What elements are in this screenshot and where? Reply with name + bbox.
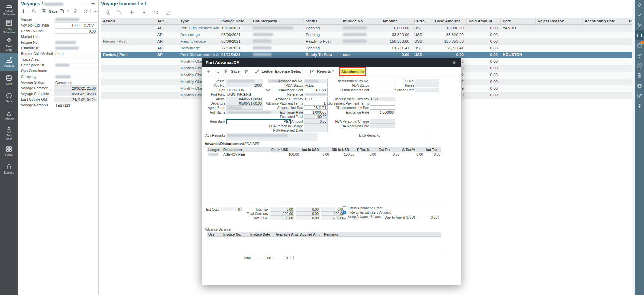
grid-row[interactable]: AGENCY FEE100.000.00-100.000.000.000.000… (207, 152, 441, 157)
checkbox-list-in-alphabetic-order[interactable]: List in Alphabetic Order (343, 206, 382, 210)
checkbox-icon[interactable]: ✓ (343, 211, 346, 214)
grid-column-act-in-usd[interactable]: Act In USD (300, 147, 330, 152)
grid-column-description[interactable]: Description (222, 147, 270, 152)
field-value-market-hire[interactable] (54, 34, 97, 39)
grid-column-applied-amt[interactable]: Applied Amt (299, 232, 323, 236)
field-value-company[interactable] (54, 74, 97, 79)
field-value-trade-area[interactable] (54, 57, 97, 62)
right-nav-document[interactable] (635, 70, 644, 81)
more-icon[interactable] (93, 9, 98, 14)
save-icon[interactable] (41, 9, 46, 14)
table-row[interactable]: APPort Disbursement Advance18/10/2021Pen… (101, 25, 632, 32)
input-disb-remarks[interactable] (381, 133, 431, 141)
sidebar-item-port-schedule[interactable]: PortSchedule (0, 18, 18, 36)
column-header-amount[interactable]: Amount (380, 18, 412, 24)
grid-column-remarks[interactable]: Remarks (323, 232, 440, 236)
right-nav-task-list[interactable]: 1 (635, 40, 644, 50)
grid-column-invoice-date[interactable]: Invoice Date (249, 232, 274, 236)
input-adv-remarks[interactable] (226, 133, 317, 141)
right-nav-contacts[interactable] (635, 81, 644, 91)
refresh-icon[interactable] (83, 9, 88, 14)
input-pda-received-date[interactable] (304, 128, 328, 132)
grid-column-invoice-no-[interactable]: Invoice No. (222, 232, 249, 236)
grid-column-use[interactable]: Use (207, 232, 222, 236)
field-value-voy-no-opr-type[interactable]: 1000 (54, 22, 81, 28)
column-header-counterparty[interactable]: Counterparty↑ (251, 18, 304, 24)
checkbox-icon[interactable] (343, 206, 346, 210)
field-value-voyage-status[interactable]: Completed (54, 80, 97, 85)
input-disbursement-payment-terms[interactable] (370, 101, 395, 105)
field-value-ops-coordinator[interactable] (54, 68, 97, 73)
download-icon[interactable] (141, 10, 147, 15)
field-value-voyage-complete-gmt[interactable]: 05/05/21 05:00 (54, 91, 97, 96)
column-header-invoice-date[interactable]: Invoice Date (219, 18, 251, 24)
column-header-base-amount[interactable]: Base Amount (433, 18, 467, 24)
caret-down-icon[interactable]: ▼ (67, 10, 69, 13)
input-reference[interactable] (304, 92, 328, 96)
right-nav-notes[interactable] (635, 91, 644, 101)
column-header-paid-amount[interactable]: Paid Amount (467, 18, 501, 24)
input-po-no-[interactable] (415, 79, 439, 83)
sidebar-item-onboard[interactable]: Onboard (0, 107, 18, 125)
column-header-port[interactable]: Port (501, 18, 536, 24)
column-header-reject-reason[interactable]: Reject Reason (536, 18, 583, 24)
field-value-vessel[interactable] (54, 17, 97, 22)
input-fda-received-date[interactable] (370, 124, 395, 128)
grid-column-available-amt[interactable]: Available Amt (274, 232, 299, 236)
save-button[interactable]: Save (49, 9, 58, 13)
field-value-chtr-specialist[interactable] (54, 62, 97, 68)
right-nav-settings[interactable] (635, 101, 644, 111)
column-header-re-[interactable]: Re... (627, 18, 632, 24)
right-nav-hierarchy[interactable] (635, 20, 644, 30)
sidebar-item-port-calls[interactable]: PortCalls (0, 125, 18, 142)
field-value-opr-type[interactable]: OVOV (82, 22, 97, 28)
ruler-icon[interactable] (165, 10, 171, 15)
sidebar-item-forms[interactable]: Forms (0, 142, 18, 160)
right-nav-grid-view[interactable] (635, 30, 644, 40)
column-header-invoice-no-[interactable]: Invoice No. (341, 18, 380, 24)
input-service-date[interactable] (415, 88, 439, 92)
sidebar-item-vessel-schedule[interactable]: VesselSchedule (0, 0, 18, 18)
right-nav-collapse[interactable] (635, 0, 644, 10)
search-icon[interactable] (31, 9, 36, 14)
add-icon[interactable] (21, 9, 26, 14)
input-disbursement-inv-due[interactable] (370, 105, 395, 110)
table-row[interactable]: ARDemurrage27/10/2021Pending61,711.41USD… (101, 45, 632, 52)
checkbox-icon[interactable] (343, 215, 346, 219)
sidebar-item-tasks[interactable]: Tasks (0, 71, 18, 89)
sidebar-item-fleet-map[interactable]: FleetMap (0, 36, 18, 53)
table-row[interactable]: ARDemurrage03/06/2021Pending33,820.99USD… (101, 32, 632, 38)
delete-icon[interactable] (73, 9, 78, 14)
grid-column-act-tax[interactable]: Act Tax (424, 147, 442, 152)
column-header-action[interactable]: Action (101, 18, 155, 24)
panel-menu-icon[interactable]: ☰ (91, 1, 95, 6)
right-nav-analytics[interactable] (635, 10, 644, 20)
checkbox-hide-lines-with-zero-amount[interactable]: ✓Hide Lines with Zero Amount (343, 211, 391, 214)
undo-icon[interactable] (153, 10, 159, 15)
field-value-fixture-no-[interactable] (54, 40, 97, 45)
search-icon[interactable] (105, 10, 110, 15)
right-nav-dashboard[interactable] (635, 50, 644, 60)
field-value-last-update-gmt[interactable]: 24/11/21 04:24 (54, 97, 97, 102)
grid-column-a-tax-[interactable]: A Tax % (401, 147, 424, 152)
grid-column-diff-in-usd[interactable]: Diff In USD (330, 147, 356, 152)
sidebar-item-alerts[interactable]: Alerts (0, 89, 18, 107)
add-icon[interactable] (129, 10, 135, 15)
grid-column-est-tax[interactable]: Est Tax (377, 147, 401, 152)
field-value-voyage-remarks[interactable]: TEST123 (54, 102, 97, 108)
grid-column-e-tax-[interactable]: E Tax % (356, 147, 377, 152)
field-value-voyage-commence-g-[interactable]: 28/02/21 21:00 (54, 85, 97, 91)
table-row[interactable]: Review | PostAPPort Disbursement Advance… (101, 52, 632, 58)
input-disbursement-currency[interactable]: USD (370, 97, 395, 101)
grid-column-ledger[interactable]: Ledger (207, 147, 222, 152)
table-row[interactable]: Review | PostARFreight Invoice03/06/2021… (101, 38, 632, 45)
input-payee[interactable] (415, 83, 439, 87)
column-header-accounting-date[interactable]: Accounting Date (583, 18, 627, 24)
column-header-curre-[interactable]: Curre... (412, 18, 433, 24)
field-value-bunker-calc-method[interactable]: FIFO (54, 51, 97, 56)
input-estimated-total[interactable]: 100.00 (304, 114, 328, 119)
tab-pda-apr[interactable]: PDA/APR (244, 142, 260, 147)
grid-column-est-in-usd[interactable]: Est In USD (270, 147, 300, 152)
input-fda-person-in-charge[interactable] (370, 119, 395, 124)
field-value-estimate-id[interactable] (54, 45, 97, 51)
